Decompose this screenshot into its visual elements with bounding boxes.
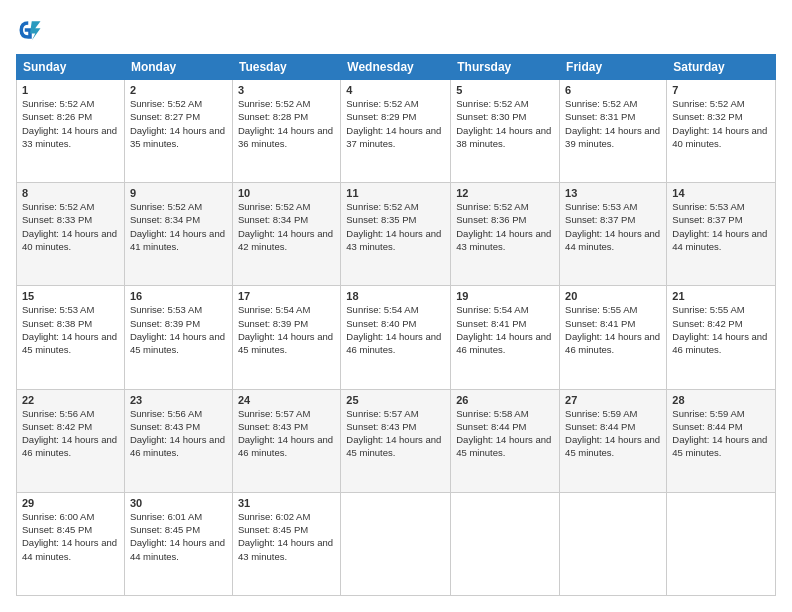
day-cell-17: 17 Sunrise: 5:54 AMSunset: 8:39 PMDaylig… xyxy=(232,286,340,389)
day-cell-30: 30 Sunrise: 6:01 AMSunset: 8:45 PMDaylig… xyxy=(124,492,232,595)
day-number: 26 xyxy=(456,394,554,406)
calendar-week-5: 29 Sunrise: 6:00 AMSunset: 8:45 PMDaylig… xyxy=(17,492,776,595)
col-header-monday: Monday xyxy=(124,55,232,80)
day-cell-13: 13 Sunrise: 5:53 AMSunset: 8:37 PMDaylig… xyxy=(560,183,667,286)
day-info: Sunrise: 5:57 AMSunset: 8:43 PMDaylight:… xyxy=(238,408,333,459)
day-info: Sunrise: 5:52 AMSunset: 8:27 PMDaylight:… xyxy=(130,98,225,149)
day-cell-1: 1 Sunrise: 5:52 AMSunset: 8:26 PMDayligh… xyxy=(17,80,125,183)
day-number: 2 xyxy=(130,84,227,96)
calendar-week-1: 1 Sunrise: 5:52 AMSunset: 8:26 PMDayligh… xyxy=(17,80,776,183)
day-number: 16 xyxy=(130,290,227,302)
day-info: Sunrise: 5:54 AMSunset: 8:40 PMDaylight:… xyxy=(346,304,441,355)
day-number: 18 xyxy=(346,290,445,302)
day-info: Sunrise: 5:52 AMSunset: 8:26 PMDaylight:… xyxy=(22,98,117,149)
day-number: 13 xyxy=(565,187,661,199)
day-info: Sunrise: 5:53 AMSunset: 8:37 PMDaylight:… xyxy=(565,201,660,252)
day-info: Sunrise: 5:54 AMSunset: 8:39 PMDaylight:… xyxy=(238,304,333,355)
day-info: Sunrise: 5:56 AMSunset: 8:42 PMDaylight:… xyxy=(22,408,117,459)
day-number: 24 xyxy=(238,394,335,406)
day-info: Sunrise: 5:54 AMSunset: 8:41 PMDaylight:… xyxy=(456,304,551,355)
day-cell-31: 31 Sunrise: 6:02 AMSunset: 8:45 PMDaylig… xyxy=(232,492,340,595)
day-number: 15 xyxy=(22,290,119,302)
calendar-week-4: 22 Sunrise: 5:56 AMSunset: 8:42 PMDaylig… xyxy=(17,389,776,492)
day-cell-4: 4 Sunrise: 5:52 AMSunset: 8:29 PMDayligh… xyxy=(341,80,451,183)
col-header-thursday: Thursday xyxy=(451,55,560,80)
day-cell-11: 11 Sunrise: 5:52 AMSunset: 8:35 PMDaylig… xyxy=(341,183,451,286)
day-number: 7 xyxy=(672,84,770,96)
day-info: Sunrise: 6:00 AMSunset: 8:45 PMDaylight:… xyxy=(22,511,117,562)
day-cell-9: 9 Sunrise: 5:52 AMSunset: 8:34 PMDayligh… xyxy=(124,183,232,286)
day-cell-27: 27 Sunrise: 5:59 AMSunset: 8:44 PMDaylig… xyxy=(560,389,667,492)
day-number: 27 xyxy=(565,394,661,406)
day-number: 4 xyxy=(346,84,445,96)
day-cell-15: 15 Sunrise: 5:53 AMSunset: 8:38 PMDaylig… xyxy=(17,286,125,389)
day-number: 31 xyxy=(238,497,335,509)
day-cell-28: 28 Sunrise: 5:59 AMSunset: 8:44 PMDaylig… xyxy=(667,389,776,492)
day-info: Sunrise: 5:52 AMSunset: 8:30 PMDaylight:… xyxy=(456,98,551,149)
day-info: Sunrise: 5:55 AMSunset: 8:42 PMDaylight:… xyxy=(672,304,767,355)
col-header-tuesday: Tuesday xyxy=(232,55,340,80)
day-cell-7: 7 Sunrise: 5:52 AMSunset: 8:32 PMDayligh… xyxy=(667,80,776,183)
day-number: 8 xyxy=(22,187,119,199)
day-number: 9 xyxy=(130,187,227,199)
day-number: 5 xyxy=(456,84,554,96)
day-info: Sunrise: 6:01 AMSunset: 8:45 PMDaylight:… xyxy=(130,511,225,562)
day-info: Sunrise: 5:52 AMSunset: 8:28 PMDaylight:… xyxy=(238,98,333,149)
day-info: Sunrise: 5:59 AMSunset: 8:44 PMDaylight:… xyxy=(565,408,660,459)
day-number: 14 xyxy=(672,187,770,199)
day-cell-18: 18 Sunrise: 5:54 AMSunset: 8:40 PMDaylig… xyxy=(341,286,451,389)
header xyxy=(16,16,776,44)
logo xyxy=(16,16,48,44)
day-info: Sunrise: 5:52 AMSunset: 8:32 PMDaylight:… xyxy=(672,98,767,149)
day-cell-16: 16 Sunrise: 5:53 AMSunset: 8:39 PMDaylig… xyxy=(124,286,232,389)
day-number: 17 xyxy=(238,290,335,302)
col-header-wednesday: Wednesday xyxy=(341,55,451,80)
day-info: Sunrise: 5:52 AMSunset: 8:34 PMDaylight:… xyxy=(130,201,225,252)
day-number: 20 xyxy=(565,290,661,302)
calendar-body: 1 Sunrise: 5:52 AMSunset: 8:26 PMDayligh… xyxy=(17,80,776,596)
day-number: 30 xyxy=(130,497,227,509)
day-number: 21 xyxy=(672,290,770,302)
empty-cell xyxy=(667,492,776,595)
empty-cell xyxy=(451,492,560,595)
day-info: Sunrise: 5:52 AMSunset: 8:36 PMDaylight:… xyxy=(456,201,551,252)
day-cell-6: 6 Sunrise: 5:52 AMSunset: 8:31 PMDayligh… xyxy=(560,80,667,183)
day-info: Sunrise: 5:53 AMSunset: 8:38 PMDaylight:… xyxy=(22,304,117,355)
day-number: 3 xyxy=(238,84,335,96)
day-info: Sunrise: 5:58 AMSunset: 8:44 PMDaylight:… xyxy=(456,408,551,459)
day-number: 6 xyxy=(565,84,661,96)
day-cell-20: 20 Sunrise: 5:55 AMSunset: 8:41 PMDaylig… xyxy=(560,286,667,389)
day-info: Sunrise: 5:52 AMSunset: 8:34 PMDaylight:… xyxy=(238,201,333,252)
day-number: 22 xyxy=(22,394,119,406)
empty-cell xyxy=(341,492,451,595)
calendar-header-row: SundayMondayTuesdayWednesdayThursdayFrid… xyxy=(17,55,776,80)
empty-cell xyxy=(560,492,667,595)
col-header-friday: Friday xyxy=(560,55,667,80)
day-info: Sunrise: 5:53 AMSunset: 8:39 PMDaylight:… xyxy=(130,304,225,355)
day-cell-29: 29 Sunrise: 6:00 AMSunset: 8:45 PMDaylig… xyxy=(17,492,125,595)
day-info: Sunrise: 5:57 AMSunset: 8:43 PMDaylight:… xyxy=(346,408,441,459)
day-info: Sunrise: 6:02 AMSunset: 8:45 PMDaylight:… xyxy=(238,511,333,562)
day-cell-14: 14 Sunrise: 5:53 AMSunset: 8:37 PMDaylig… xyxy=(667,183,776,286)
day-number: 1 xyxy=(22,84,119,96)
day-info: Sunrise: 5:52 AMSunset: 8:35 PMDaylight:… xyxy=(346,201,441,252)
day-cell-25: 25 Sunrise: 5:57 AMSunset: 8:43 PMDaylig… xyxy=(341,389,451,492)
logo-icon xyxy=(16,16,44,44)
day-number: 29 xyxy=(22,497,119,509)
day-cell-26: 26 Sunrise: 5:58 AMSunset: 8:44 PMDaylig… xyxy=(451,389,560,492)
day-cell-12: 12 Sunrise: 5:52 AMSunset: 8:36 PMDaylig… xyxy=(451,183,560,286)
day-number: 25 xyxy=(346,394,445,406)
day-number: 19 xyxy=(456,290,554,302)
day-cell-22: 22 Sunrise: 5:56 AMSunset: 8:42 PMDaylig… xyxy=(17,389,125,492)
day-number: 11 xyxy=(346,187,445,199)
day-info: Sunrise: 5:52 AMSunset: 8:29 PMDaylight:… xyxy=(346,98,441,149)
calendar-week-3: 15 Sunrise: 5:53 AMSunset: 8:38 PMDaylig… xyxy=(17,286,776,389)
day-info: Sunrise: 5:55 AMSunset: 8:41 PMDaylight:… xyxy=(565,304,660,355)
day-number: 10 xyxy=(238,187,335,199)
day-info: Sunrise: 5:56 AMSunset: 8:43 PMDaylight:… xyxy=(130,408,225,459)
day-cell-2: 2 Sunrise: 5:52 AMSunset: 8:27 PMDayligh… xyxy=(124,80,232,183)
day-info: Sunrise: 5:52 AMSunset: 8:33 PMDaylight:… xyxy=(22,201,117,252)
day-cell-10: 10 Sunrise: 5:52 AMSunset: 8:34 PMDaylig… xyxy=(232,183,340,286)
page: SundayMondayTuesdayWednesdayThursdayFrid… xyxy=(0,0,792,612)
day-number: 12 xyxy=(456,187,554,199)
